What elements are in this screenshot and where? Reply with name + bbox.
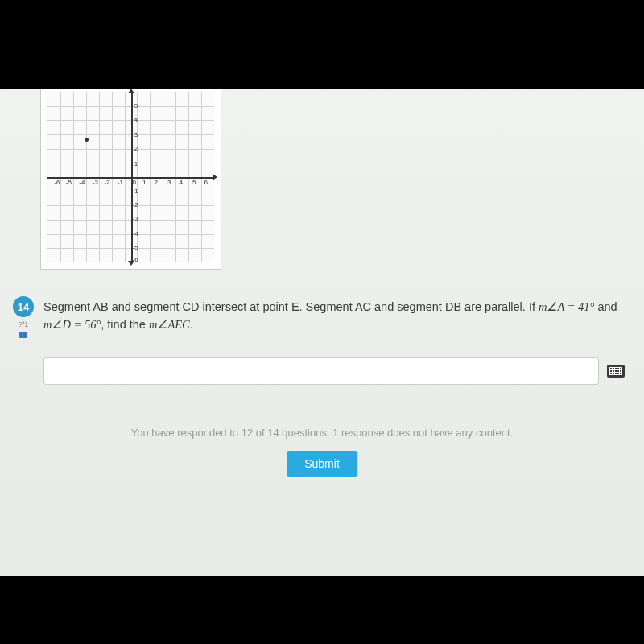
x-tick: -3: [93, 179, 98, 186]
y-tick: 4: [134, 116, 138, 123]
x-tick: -4: [79, 179, 85, 186]
question-text-part: .: [190, 318, 193, 331]
x-tick: 0: [133, 179, 136, 186]
letterbox-top: [0, 0, 644, 89]
x-tick: 3: [167, 179, 171, 186]
x-tick: -1: [118, 179, 123, 186]
question-text-part: , find the: [101, 318, 149, 331]
y-tick: -2: [133, 201, 138, 208]
question-row: 14 ?/1 Segment AB and segment CD interse…: [10, 296, 634, 338]
y-tick: 5: [134, 102, 138, 109]
x-tick: 4: [180, 179, 183, 186]
question-number-badge: 14: [13, 296, 34, 317]
y-tick: -4: [133, 230, 138, 237]
answer-row: [43, 357, 625, 385]
question-points: ?/1: [19, 320, 29, 328]
x-tick: 5: [192, 179, 196, 186]
math-expression: m∠D = 56°: [43, 318, 101, 331]
x-tick: 2: [154, 179, 157, 186]
submit-button[interactable]: Submit: [287, 451, 357, 477]
math-expression: m∠A = 41°: [539, 300, 594, 313]
question-text-part: and: [594, 300, 617, 313]
essay-icon: [19, 332, 27, 338]
graph-grid: -6 -5 -4 -3 -2 -1 0 1 2 3 4 5 6 1 2 3 4 …: [47, 92, 214, 262]
y-tick: 2: [134, 145, 138, 152]
answer-input[interactable]: [43, 357, 599, 385]
axis-arrow-right-icon: [213, 174, 217, 180]
keyboard-icon[interactable]: [607, 365, 625, 378]
x-tick: 1: [142, 179, 146, 186]
question-text: Segment AB and segment CD intersect at p…: [43, 296, 634, 334]
x-tick: 6: [204, 179, 208, 186]
y-tick: 3: [134, 131, 138, 138]
progress-status: You have responded to 12 of 14 questions…: [0, 427, 644, 439]
quiz-screen: -6 -5 -4 -3 -2 -1 0 1 2 3 4 5 6 1 2 3 4 …: [0, 89, 644, 576]
x-tick: -6: [54, 179, 60, 186]
x-tick: -2: [104, 179, 109, 186]
question-text-part: Segment AB and segment CD intersect at p…: [43, 300, 539, 313]
letterbox-bottom: [0, 576, 644, 644]
y-tick: -3: [133, 215, 138, 222]
coordinate-graph: -6 -5 -4 -3 -2 -1 0 1 2 3 4 5 6 1 2 3 4 …: [40, 89, 221, 270]
question-meta: 14 ?/1: [10, 296, 37, 338]
y-tick: -1: [133, 188, 138, 195]
axis-arrow-up-icon: [128, 89, 134, 93]
y-tick: -5: [133, 244, 138, 251]
math-expression: m∠AEC: [149, 318, 190, 331]
y-tick: -6: [133, 256, 138, 263]
y-tick: 1: [134, 160, 138, 167]
x-tick: -5: [66, 179, 72, 186]
plot-point: [85, 138, 89, 142]
